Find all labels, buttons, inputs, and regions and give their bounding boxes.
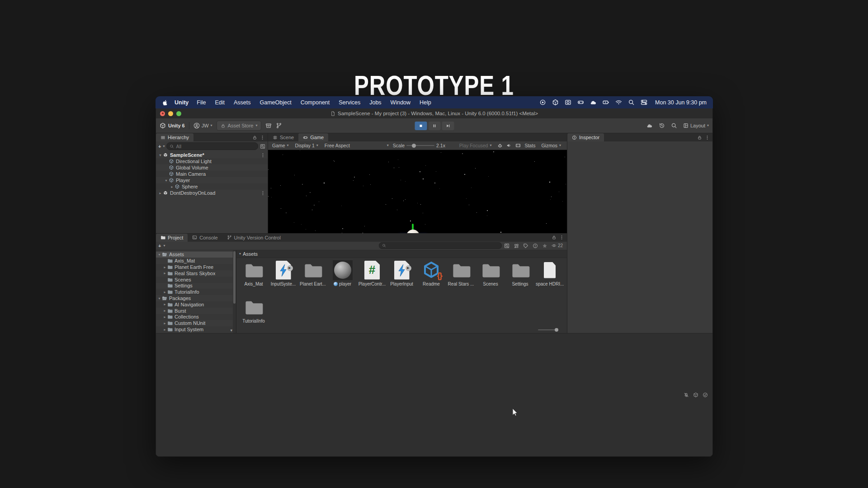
pause-button[interactable]	[428, 122, 440, 130]
menu-item-window[interactable]: Window	[391, 99, 410, 106]
unity-hub-icon[interactable]	[552, 99, 559, 106]
cloud-icon[interactable]	[590, 99, 597, 106]
project-search-input[interactable]	[388, 243, 499, 249]
lock-icon[interactable]	[552, 235, 557, 240]
asset-playerinput[interactable]: ▶PlayerInput	[387, 260, 416, 286]
hierarchy-item-dontdestroyonload[interactable]: ▸DontDestroyOnLoad	[156, 190, 268, 196]
tree-arrow[interactable]: ▸	[162, 321, 167, 325]
thumbnail-zoom-slider[interactable]	[538, 329, 557, 330]
game-controller-icon[interactable]	[577, 99, 584, 106]
search-pane-icon[interactable]	[504, 243, 509, 249]
asset-shapes-icon[interactable]	[514, 243, 519, 249]
project-folder-real-stars-skybox[interactable]: ▸Real Stars Skybox	[156, 270, 233, 277]
step-button[interactable]	[442, 122, 454, 130]
tab-inspector[interactable]: Inspector	[567, 133, 604, 141]
search-icon[interactable]	[671, 122, 677, 129]
tab-project[interactable]: Project	[156, 234, 188, 242]
project-folder-burst[interactable]: ▸Burst	[156, 308, 233, 314]
hierarchy-item-sphere[interactable]: ▸Sphere	[156, 183, 268, 190]
minimize-button[interactable]	[168, 111, 173, 116]
project-folder-jetbrains-rider-editor[interactable]: ▸JetBrains Rider Editor	[156, 333, 233, 333]
project-folder-collections[interactable]: ▸Collections	[156, 314, 233, 320]
tree-arrow[interactable]: ▸	[162, 328, 167, 332]
menu-item-assets[interactable]: Assets	[234, 99, 251, 106]
asset-player[interactable]: player	[328, 260, 357, 286]
layout-dropdown[interactable]: Layout ▾	[683, 123, 709, 128]
kebab-menu-icon[interactable]	[260, 153, 265, 158]
asset-store-button[interactable]: Asset Store ▾	[217, 121, 262, 131]
tree-arrow[interactable]: ▸	[162, 290, 167, 294]
tree-arrow[interactable]: ▸	[158, 191, 163, 195]
scale-slider[interactable]	[406, 145, 434, 146]
undo-history-icon[interactable]	[659, 122, 665, 129]
game-viewport[interactable]	[268, 150, 567, 233]
project-folder-ai-navigation[interactable]: ▸AI Navigation	[156, 301, 233, 308]
notifications-off-icon[interactable]	[684, 392, 689, 398]
menu-item-help[interactable]: Help	[420, 99, 431, 106]
asset-scenes[interactable]: Scenes	[476, 260, 505, 286]
progress-check-icon[interactable]	[703, 392, 708, 398]
bug-icon[interactable]	[497, 143, 503, 148]
project-tree-scrollbar[interactable]	[233, 250, 236, 333]
menu-item-gameobject[interactable]: GameObject	[259, 99, 291, 106]
game-mode-dropdown[interactable]: Game▾	[270, 142, 291, 149]
hierarchy-item-player[interactable]: ▾Player	[156, 177, 268, 183]
play-focused-dropdown[interactable]: Play Focused▾	[457, 142, 494, 149]
hierarchy-search-field[interactable]	[166, 142, 258, 150]
asset-real-stars-[interactable]: Real Stars ...	[447, 260, 476, 286]
tree-arrow[interactable]: ▾	[157, 296, 162, 300]
tree-arrow[interactable]: ▸	[162, 302, 167, 306]
apple-logo-icon[interactable]	[162, 99, 168, 106]
account-menu[interactable]: JW ▾	[193, 122, 212, 129]
add-gameobject-button[interactable]: +	[158, 144, 161, 149]
stats-toggle[interactable]: Stats	[524, 143, 535, 148]
tree-arrow[interactable]: ▾	[157, 253, 162, 257]
record-dot-icon[interactable]	[539, 99, 546, 106]
hidden-count-badge[interactable]: 22	[552, 243, 563, 248]
aspect-dropdown[interactable]: Free Aspect▾	[322, 142, 391, 149]
project-folder-planet-earth-free[interactable]: ▸Planet Earth Free	[156, 264, 233, 270]
project-folder-settings[interactable]: Settings	[156, 283, 233, 289]
screenshot-icon[interactable]	[565, 99, 571, 106]
menu-item-edit[interactable]: Edit	[215, 99, 225, 106]
tree-arrow[interactable]: ▾	[164, 178, 169, 183]
menu-clock[interactable]: Mon 30 Jun 9:30 pm	[655, 99, 707, 106]
asset-inputsyste[interactable]: ▶InputSyste...	[269, 260, 298, 286]
archive-icon[interactable]	[265, 122, 272, 129]
asset-readme[interactable]: {}Readme	[417, 260, 446, 286]
frame-debugger-icon[interactable]	[515, 143, 521, 148]
tree-arrow[interactable]: ▸	[162, 309, 167, 313]
tab-hierarchy[interactable]: Hierarchy	[156, 133, 193, 141]
assets-breadcrumb[interactable]: ▾ Assets	[236, 250, 567, 258]
kebab-menu-icon[interactable]	[705, 135, 710, 140]
project-folder-input-system[interactable]: ▸Input System	[156, 326, 233, 333]
kebab-menu-icon[interactable]	[260, 191, 265, 196]
cloud-icon[interactable]	[646, 122, 653, 129]
search-icon[interactable]	[628, 99, 635, 106]
audio-speaker-icon[interactable]	[506, 143, 512, 148]
control-center-icon[interactable]	[641, 99, 647, 106]
asset-playercontr[interactable]: #PlayerContr...	[358, 260, 387, 286]
project-folder-packages[interactable]: ▾Packages	[156, 295, 233, 301]
menu-item-jobs[interactable]: Jobs	[369, 99, 381, 106]
tree-arrow[interactable]: ▾	[158, 153, 163, 157]
project-search-field[interactable]	[379, 242, 502, 249]
menu-item-file[interactable]: File	[197, 99, 206, 106]
tab-game[interactable]: Game	[298, 133, 328, 141]
hierarchy-item-directional-light[interactable]: Directional Light	[156, 158, 268, 164]
search-picker-icon[interactable]	[260, 144, 265, 149]
hierarchy-item-global-volume[interactable]: Global Volume	[156, 164, 268, 171]
menu-item-component[interactable]: Component	[301, 99, 330, 106]
display-dropdown[interactable]: Display 1▾	[293, 142, 321, 149]
lock-icon[interactable]	[697, 135, 702, 140]
gizmos-dropdown[interactable]: Gizmos▾	[539, 142, 563, 149]
project-folder-tutorialinfo[interactable]: ▸TutorialInfo	[156, 289, 233, 295]
tree-arrow[interactable]: ▸	[162, 271, 167, 275]
project-folder-assets[interactable]: ▾Assets	[156, 252, 233, 258]
version-control-icon[interactable]	[276, 122, 282, 129]
alert-icon[interactable]	[533, 243, 538, 249]
tree-arrow[interactable]: ▸	[162, 315, 167, 319]
hierarchy-item-samplescene-[interactable]: ▾SampleScene*	[156, 152, 268, 158]
zoom-button[interactable]	[176, 111, 181, 116]
tab-scene[interactable]: Scene	[268, 133, 298, 141]
